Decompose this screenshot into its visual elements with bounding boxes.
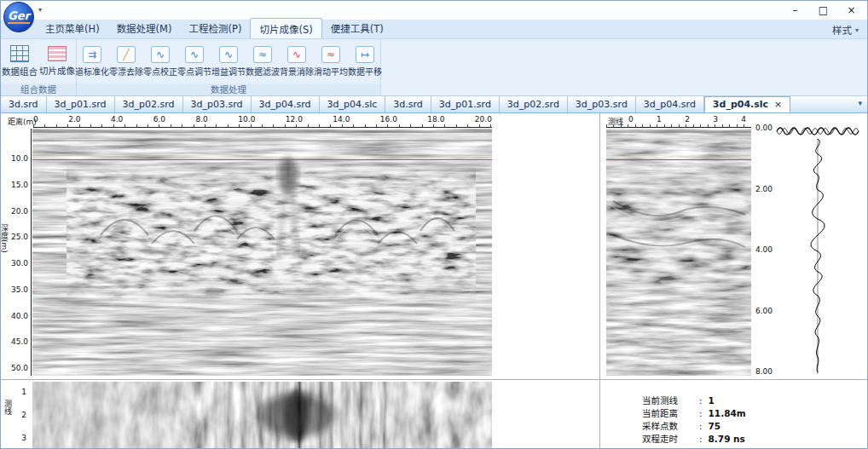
group-caption-combine: 组合数据 (1, 83, 76, 95)
tab-overflow-caret-icon[interactable]: ▾ (858, 99, 862, 107)
file-tab[interactable]: 3d_p01.srd (431, 96, 500, 112)
info-label: 当前距离 (642, 407, 693, 420)
tool-button[interactable]: ≈ 数据滤波 (246, 46, 280, 78)
info-value: 8.79 ns (709, 433, 745, 446)
grid-icon (10, 45, 29, 62)
wave-icon: ∿ (287, 46, 306, 63)
info-row: 双程走时 : 8.79 ns (642, 433, 746, 446)
file-tabs: 3d.srd3d_p01.srd3d_p02.srd3d_p03.srd3d_p… (1, 96, 704, 112)
style-dropdown[interactable]: 样式 ▾ (832, 23, 859, 37)
ruler-tick-label: 12.0 (286, 115, 303, 124)
main-depth-axis: 10.015.020.025.030.035.040.045.050.0 (9, 129, 32, 376)
file-tab-active[interactable]: 3d_p04.slc × (704, 96, 790, 112)
tool-button[interactable]: ∿ 零点校正 (144, 46, 177, 78)
axis-tick-label: 25.0 (11, 233, 28, 241)
file-tab-label: 3d_p04.slc (713, 99, 768, 110)
chevron-down-icon: ▾ (855, 26, 859, 34)
axis-tick-label: 1 (21, 388, 26, 396)
ribbon: 数据组合 切片成像 组合数据 ⇉ 道标准化 ╱ 零漂去除 ∿ (1, 39, 867, 96)
info-row: 当前测线 : 1 (642, 394, 746, 407)
info-separator: : (699, 420, 703, 433)
menu-tab[interactable]: 主页菜单(H) (37, 18, 108, 38)
tool-button[interactable]: ∿ 增益调节 (212, 46, 246, 78)
ruler-tick-label: 0 (628, 115, 634, 124)
radargram-cross-view[interactable] (606, 129, 751, 376)
maximize-button[interactable]: □ (809, 1, 837, 19)
file-tab-bar: 3d.srd3d_p01.srd3d_p02.srd3d_p03.srd3d_p… (1, 96, 867, 113)
vertical-splitter[interactable] (599, 113, 600, 448)
ruler-tick-label: 8.0 (196, 115, 208, 124)
file-tab[interactable]: 3d_p04.srd (252, 96, 320, 112)
file-tab[interactable]: 3d.srd (1, 96, 47, 112)
axis-tick-label: 45.0 (11, 337, 28, 346)
plan-slice-image (32, 382, 492, 448)
wave-icon: ≈ (253, 46, 272, 63)
app-logo-button[interactable]: Ger (3, 2, 34, 32)
tool-button[interactable]: ∿ 零点调节 (178, 46, 211, 78)
ruler-tick-label: 0 (33, 115, 38, 124)
info-label: 当前测线 (642, 394, 693, 407)
ruler-tick-label: 6.0 (153, 115, 165, 124)
close-button[interactable]: × (837, 1, 865, 19)
menu-tab[interactable]: 工程检测(P) (181, 18, 251, 38)
wave-icon: ∿ (151, 46, 170, 63)
file-tab[interactable]: 3d_p02.srd (115, 96, 183, 112)
axis-tick-label: 15.0 (11, 181, 28, 189)
axis-tick-label: 3 (21, 434, 26, 442)
ruler-tick-label: 2 (685, 115, 690, 124)
axis-tick-label: 35.0 (11, 285, 28, 294)
ruler-tick-label: 4.0 (111, 115, 123, 124)
tool-button[interactable]: ∿ 背景消除 (281, 46, 314, 78)
file-tab[interactable]: 3d_p03.srd (568, 96, 636, 112)
horizontal-splitter[interactable] (1, 379, 867, 380)
wave-icon: ↦ (356, 46, 374, 63)
ruler-tick-label: 16.0 (380, 115, 397, 124)
info-value: 75 (709, 420, 721, 433)
ruler-tick-label: 20.0 (475, 115, 492, 124)
trace-time-axis: 0.002.004.006.008.00 (749, 124, 773, 376)
file-tab[interactable]: 3d_p04.srd (636, 96, 704, 112)
tool-button[interactable]: ⇉ 道标准化 (76, 46, 109, 78)
file-tab[interactable]: 3d_p01.srd (47, 96, 115, 112)
close-icon[interactable]: × (774, 99, 782, 110)
ribbon-group-process: ⇉ 道标准化 ╱ 零漂去除 ∿ 零点校正 ∿ 零点调节 ∿ 增益调节 (77, 39, 381, 95)
info-label: 采样点数 (642, 420, 693, 433)
ruler-tick-label: 4 (741, 115, 746, 124)
info-row: 当前距离 : 11.84m (642, 407, 746, 420)
tool-button[interactable]: ╱ 零漂去除 (110, 46, 143, 78)
wave-icon: ╱ (117, 46, 136, 63)
data-combine-button[interactable]: 数据组合 (2, 45, 38, 78)
trace-view[interactable] (775, 124, 860, 376)
axis-tick-label: 2 (21, 411, 26, 419)
file-tab[interactable]: 3d_p03.srd (183, 96, 252, 112)
radargram-main-image (32, 129, 492, 376)
ruler-tick-label: 10.0 (238, 115, 255, 124)
file-tab[interactable]: 3d.srd (385, 96, 431, 112)
info-separator: : (699, 394, 703, 407)
file-tab[interactable]: 3d_p04.slc (320, 96, 386, 112)
quick-access-caret-icon[interactable]: ▾ (38, 6, 42, 14)
ruler-tick-label: 14.0 (333, 115, 350, 124)
wave-icon: ∿ (219, 46, 238, 63)
tool-button[interactable]: ↦ 数据平移 (349, 46, 382, 78)
plan-y-axis-label: 测线 (3, 400, 14, 415)
depth-cursor-line[interactable] (32, 159, 492, 160)
ruler-tick-label: 18.0 (427, 115, 444, 124)
app-window: Ger ▾ – □ × 主页菜单(H)数据处理(M)工程检测(P)切片成像(S)… (0, 0, 868, 449)
menu-tab[interactable]: 数据处理(M) (108, 18, 181, 38)
slice-imaging-button[interactable]: 切片成像 (39, 46, 75, 77)
file-tab[interactable]: 3d_p02.srd (500, 96, 568, 112)
menu-tab[interactable]: 便捷工具(T) (322, 18, 392, 38)
axis-tick-label: 0.00 (755, 124, 773, 132)
depth-cursor-line[interactable] (606, 159, 751, 160)
minimize-button[interactable]: – (781, 1, 809, 19)
plan-slice-view[interactable] (32, 382, 492, 448)
ruler-tick-label: 2.0 (68, 115, 80, 124)
radargram-cross-image (606, 129, 751, 376)
logo-text: Ger (8, 10, 30, 24)
axis-tick-label: 20.0 (11, 207, 28, 216)
radargram-main-view[interactable] (32, 129, 492, 376)
tool-button[interactable]: ≈ 滑动平均 (315, 46, 348, 78)
info-label: 双程走时 (642, 433, 693, 446)
menu-tab[interactable]: 切片成像(S) (250, 18, 321, 38)
